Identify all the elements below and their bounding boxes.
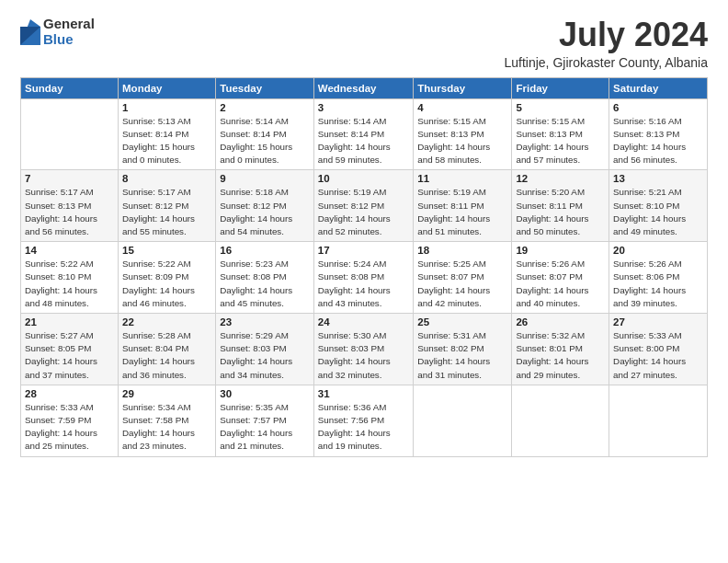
day-info: Sunrise: 5:28 AMSunset: 8:04 PMDaylight:… <box>122 329 211 382</box>
day-info: Sunrise: 5:33 AMSunset: 7:59 PMDaylight:… <box>25 401 114 454</box>
day-info: Sunrise: 5:21 AMSunset: 8:10 PMDaylight:… <box>613 186 703 238</box>
day-info: Sunrise: 5:34 AMSunset: 7:58 PMDaylight:… <box>122 401 211 454</box>
day-number: 7 <box>25 173 114 184</box>
calendar-cell: 25Sunrise: 5:31 AMSunset: 8:02 PMDayligh… <box>414 314 512 385</box>
day-number: 10 <box>318 173 410 184</box>
day-info: Sunrise: 5:24 AMSunset: 8:08 PMDaylight:… <box>318 258 410 310</box>
logo: General Blue <box>20 17 95 47</box>
calendar-cell: 10Sunrise: 5:19 AMSunset: 8:12 PMDayligh… <box>313 170 414 242</box>
day-info: Sunrise: 5:19 AMSunset: 8:12 PMDaylight:… <box>318 186 410 238</box>
day-number: 18 <box>417 245 507 256</box>
calendar-cell: 24Sunrise: 5:30 AMSunset: 8:03 PMDayligh… <box>313 314 414 385</box>
logo-general: General <box>43 17 95 32</box>
header-row-days: SundayMondayTuesdayWednesdayThursdayFrid… <box>21 77 708 98</box>
calendar-week-4: 21Sunrise: 5:27 AMSunset: 8:05 PMDayligh… <box>21 314 708 385</box>
day-info: Sunrise: 5:33 AMSunset: 8:00 PMDaylight:… <box>613 329 703 382</box>
day-number: 16 <box>220 245 310 256</box>
calendar-cell: 27Sunrise: 5:33 AMSunset: 8:00 PMDayligh… <box>609 314 708 385</box>
header-day-monday: Monday <box>119 77 216 98</box>
day-info: Sunrise: 5:14 AMSunset: 8:14 PMDaylight:… <box>220 115 310 167</box>
day-number: 24 <box>318 316 410 327</box>
day-number: 6 <box>613 102 703 113</box>
day-number: 23 <box>220 316 310 327</box>
calendar-cell: 30Sunrise: 5:35 AMSunset: 7:57 PMDayligh… <box>216 385 314 456</box>
day-info: Sunrise: 5:35 AMSunset: 7:57 PMDaylight:… <box>220 401 310 454</box>
header-day-thursday: Thursday <box>414 77 512 98</box>
calendar-cell: 17Sunrise: 5:24 AMSunset: 8:08 PMDayligh… <box>313 242 414 314</box>
calendar-week-5: 28Sunrise: 5:33 AMSunset: 7:59 PMDayligh… <box>21 385 708 456</box>
calendar-cell: 11Sunrise: 5:19 AMSunset: 8:11 PMDayligh… <box>414 170 512 242</box>
calendar-cell: 21Sunrise: 5:27 AMSunset: 8:05 PMDayligh… <box>21 314 119 385</box>
day-info: Sunrise: 5:22 AMSunset: 8:10 PMDaylight:… <box>25 258 114 310</box>
day-info: Sunrise: 5:31 AMSunset: 8:02 PMDaylight:… <box>417 329 507 382</box>
day-info: Sunrise: 5:36 AMSunset: 7:56 PMDaylight:… <box>318 401 410 454</box>
calendar-cell <box>414 385 512 456</box>
header-day-friday: Friday <box>512 77 609 98</box>
day-number: 8 <box>122 173 211 184</box>
day-info: Sunrise: 5:15 AMSunset: 8:13 PMDaylight:… <box>516 115 605 167</box>
logo-text: General Blue <box>43 17 95 47</box>
day-info: Sunrise: 5:25 AMSunset: 8:07 PMDaylight:… <box>417 258 507 310</box>
location-subtitle: Luftinje, Gjirokaster County, Albania <box>504 55 708 70</box>
header-day-tuesday: Tuesday <box>216 77 314 98</box>
day-info: Sunrise: 5:30 AMSunset: 8:03 PMDaylight:… <box>318 329 410 382</box>
day-info: Sunrise: 5:17 AMSunset: 8:12 PMDaylight:… <box>122 186 211 238</box>
calendar-cell: 14Sunrise: 5:22 AMSunset: 8:10 PMDayligh… <box>21 242 119 314</box>
day-info: Sunrise: 5:32 AMSunset: 8:01 PMDaylight:… <box>516 329 605 382</box>
calendar-cell: 12Sunrise: 5:20 AMSunset: 8:11 PMDayligh… <box>512 170 609 242</box>
day-number: 1 <box>122 102 211 113</box>
day-number: 11 <box>417 173 507 184</box>
calendar-cell: 8Sunrise: 5:17 AMSunset: 8:12 PMDaylight… <box>119 170 216 242</box>
logo-blue: Blue <box>43 32 95 48</box>
calendar-cell: 26Sunrise: 5:32 AMSunset: 8:01 PMDayligh… <box>512 314 609 385</box>
calendar-cell: 31Sunrise: 5:36 AMSunset: 7:56 PMDayligh… <box>313 385 414 456</box>
day-number: 21 <box>25 316 114 327</box>
calendar-week-3: 14Sunrise: 5:22 AMSunset: 8:10 PMDayligh… <box>21 242 708 314</box>
month-year-title: July 2024 <box>504 17 708 53</box>
calendar-cell: 22Sunrise: 5:28 AMSunset: 8:04 PMDayligh… <box>119 314 216 385</box>
day-info: Sunrise: 5:16 AMSunset: 8:13 PMDaylight:… <box>613 115 703 167</box>
calendar-cell: 29Sunrise: 5:34 AMSunset: 7:58 PMDayligh… <box>119 385 216 456</box>
calendar-cell: 28Sunrise: 5:33 AMSunset: 7:59 PMDayligh… <box>21 385 119 456</box>
calendar-cell: 1Sunrise: 5:13 AMSunset: 8:14 PMDaylight… <box>119 98 216 170</box>
calendar-cell: 13Sunrise: 5:21 AMSunset: 8:10 PMDayligh… <box>609 170 708 242</box>
page: General Blue July 2024 Luftinje, Gjiroka… <box>0 0 728 563</box>
calendar-cell: 9Sunrise: 5:18 AMSunset: 8:12 PMDaylight… <box>216 170 314 242</box>
day-number: 4 <box>417 102 507 113</box>
day-number: 13 <box>613 173 703 184</box>
header-day-wednesday: Wednesday <box>313 77 414 98</box>
day-info: Sunrise: 5:13 AMSunset: 8:14 PMDaylight:… <box>122 115 211 167</box>
title-area: July 2024 Luftinje, Gjirokaster County, … <box>504 17 708 70</box>
day-number: 14 <box>25 245 114 256</box>
day-number: 12 <box>516 173 605 184</box>
calendar-body: 1Sunrise: 5:13 AMSunset: 8:14 PMDaylight… <box>21 98 708 456</box>
calendar-cell: 4Sunrise: 5:15 AMSunset: 8:13 PMDaylight… <box>414 98 512 170</box>
day-number: 26 <box>516 316 605 327</box>
day-number: 19 <box>516 245 605 256</box>
calendar-week-2: 7Sunrise: 5:17 AMSunset: 8:13 PMDaylight… <box>21 170 708 242</box>
day-number: 2 <box>220 102 310 113</box>
header-row: General Blue July 2024 Luftinje, Gjiroka… <box>20 17 708 70</box>
header-day-saturday: Saturday <box>609 77 708 98</box>
calendar-cell: 18Sunrise: 5:25 AMSunset: 8:07 PMDayligh… <box>414 242 512 314</box>
calendar-cell: 7Sunrise: 5:17 AMSunset: 8:13 PMDaylight… <box>21 170 119 242</box>
day-info: Sunrise: 5:15 AMSunset: 8:13 PMDaylight:… <box>417 115 507 167</box>
day-info: Sunrise: 5:18 AMSunset: 8:12 PMDaylight:… <box>220 186 310 238</box>
calendar-cell <box>21 98 119 170</box>
calendar-cell <box>609 385 708 456</box>
day-info: Sunrise: 5:26 AMSunset: 8:06 PMDaylight:… <box>613 258 703 310</box>
day-info: Sunrise: 5:17 AMSunset: 8:13 PMDaylight:… <box>25 186 114 238</box>
calendar-cell: 19Sunrise: 5:26 AMSunset: 8:07 PMDayligh… <box>512 242 609 314</box>
calendar-cell: 16Sunrise: 5:23 AMSunset: 8:08 PMDayligh… <box>216 242 314 314</box>
day-info: Sunrise: 5:23 AMSunset: 8:08 PMDaylight:… <box>220 258 310 310</box>
header-day-sunday: Sunday <box>21 77 119 98</box>
day-info: Sunrise: 5:19 AMSunset: 8:11 PMDaylight:… <box>417 186 507 238</box>
day-number: 3 <box>318 102 410 113</box>
day-number: 25 <box>417 316 507 327</box>
day-number: 15 <box>122 245 211 256</box>
day-number: 31 <box>318 388 410 399</box>
day-number: 27 <box>613 316 703 327</box>
day-number: 29 <box>122 388 211 399</box>
day-number: 22 <box>122 316 211 327</box>
calendar-cell: 23Sunrise: 5:29 AMSunset: 8:03 PMDayligh… <box>216 314 314 385</box>
